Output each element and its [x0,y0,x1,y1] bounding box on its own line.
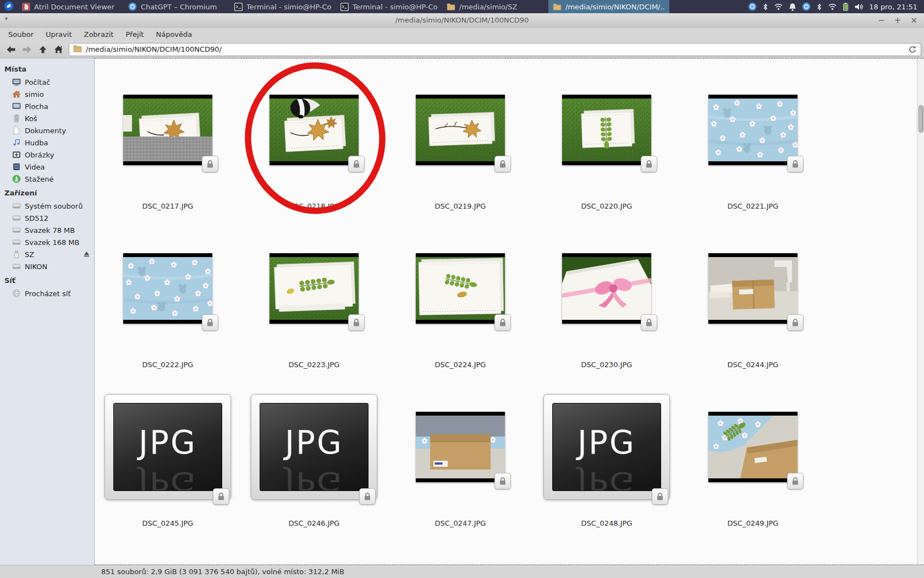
system-tray [743,0,869,13]
reload-button[interactable] [908,45,917,54]
sidebar-item-label: Svazek 78 MB [25,226,75,235]
window-menu-arrow[interactable]: ▾ [5,15,8,21]
up-button[interactable] [35,42,51,57]
sidebar-item-obr-zky[interactable]: Obrázky [0,149,94,161]
file-item-DSC_0221.JPG[interactable]: DSC_0221.JPG [680,64,826,222]
chromium-icon[interactable] [802,2,811,11]
terminal-icon [340,3,349,11]
atril-icon [22,3,30,11]
sidebar-item-syst-m-soubor-[interactable]: Systém souborů [0,200,94,212]
location-input[interactable]: /media/simio/NIKON/DCIM/100NCD90/ [86,45,904,53]
taskbar-window-0[interactable]: Atril Document Viewer [18,0,124,13]
file-item-DSC_0248.JPG[interactable]: JPGJPGDSC_0248.JPG [534,381,680,539]
taskbar-window-5[interactable]: /media/simio/NIKON/DCIM/... [548,0,669,13]
up-icon [38,45,47,54]
file-item-DSC_0244.JPG[interactable]: DSC_0244.JPG [680,222,826,381]
sidebar-item-sd512[interactable]: SD512 [0,212,94,224]
menu-0[interactable]: Soubor [2,30,40,39]
minimize-button[interactable]: − [878,15,885,25]
volume-icon[interactable] [854,3,864,11]
sidebar-item-sz[interactable]: SZ [0,248,94,260]
sidebar-item-label: SZ [25,250,34,259]
file-item-DSC_0249.JPG[interactable]: DSC_0249.JPG [680,381,826,539]
usb-icon [12,250,21,259]
battery-icon[interactable] [843,2,849,11]
photo-thumbnail-photo-leaf-corrupt [123,95,212,165]
file-item-DSC_0222.JPG[interactable]: DSC_0222.JPG [95,222,241,381]
wifi-icon[interactable] [774,3,783,10]
taskbar-window-2[interactable]: Terminal - simio@HP-Comp... [230,0,336,13]
sidebar-item-proch-zet-s-[interactable]: Procházet síť [0,287,94,299]
sidebar-item-label: Obrázky [25,151,54,159]
file-item-DSC_0217.JPG[interactable]: DSC_0217.JPG [95,64,241,222]
file-thumbnail-zone [270,222,359,355]
titlebar[interactable]: ▾ /media/simio/NIKON/DCIM/100NCD90 − + × [0,13,924,28]
taskbar-window-4[interactable]: /media/simio/SZ [442,0,548,13]
sidebar-item-videa[interactable]: Videa [0,161,94,173]
bluetooth-icon[interactable] [816,3,822,11]
applications-menu-button[interactable] [0,0,18,13]
maximize-button[interactable]: + [894,15,901,25]
file-item-DSC_0246.JPG[interactable]: JPGJPGDSC_0246.JPG [241,381,387,539]
file-thumbnail-zone [416,64,505,196]
chromium-icon[interactable] [748,2,757,11]
file-name-label: DSC_0223.JPG [289,361,340,369]
forward-button[interactable] [19,42,35,57]
jpg-placeholder-inner: JPGJPG [113,403,222,491]
sidebar-item-label: Hudba [25,139,48,147]
taskbar-window-3[interactable]: Terminal - simio@HP-Comp... [336,0,442,13]
file-thumbnail-zone [708,64,798,196]
sidebar-item-ko-[interactable]: Koš [0,112,94,124]
file-item-DSC_0218.JPG[interactable]: DSC_0218.JPG [241,64,387,222]
desktop-screen: Atril Document ViewerChatGPT – ChromiumT… [0,0,924,578]
close-button[interactable]: × [910,15,917,25]
sidebar-item-plocha[interactable]: Plocha [0,100,94,112]
sidebar-item-dokumenty[interactable]: Dokumenty [0,124,94,137]
file-item-DSC_0224.JPG[interactable]: DSC_0224.JPG [387,222,534,381]
sidebar-item-sta-en-[interactable]: Stažené [0,173,94,185]
sidebar-item-svazek-168-mb[interactable]: Svazek 168 MB [0,236,94,248]
file-item-DSC_0247.JPG[interactable]: DSC_0247.JPG [387,381,534,539]
menu-2[interactable]: Zobrazit [78,30,119,39]
home-button[interactable] [51,42,67,57]
bluetooth-icon[interactable] [762,3,768,11]
scrollbar-thumb[interactable] [919,105,923,133]
back-button[interactable] [3,42,19,57]
taskbar-window-1[interactable]: ChatGPT – Chromium [124,0,230,13]
sidebar-item-po-ta-[interactable]: Počítač [0,76,94,88]
sidebar-item-hudba[interactable]: Hudba [0,137,94,149]
sidebar-item-nikon[interactable]: NIKON [0,260,94,272]
file-item-DSC_0223.JPG[interactable]: DSC_0223.JPG [241,222,387,381]
file-item-DSC_0245.JPG[interactable]: JPGJPGDSC_0245.JPG [95,381,241,539]
statusbar: 851 souborů: 2,9 GiB (3 091 376 540 bajt… [0,565,924,578]
file-name-label: DSC_0246.JPG [289,519,340,527]
location-bar[interactable]: /media/simio/NIKON/DCIM/100NCD90/ [69,43,921,56]
file-name-label: DSC_0218.JPG [289,202,340,210]
file-view[interactable]: DSC_0217.JPGDSC_0218.JPGDSC_0219.JPGDSC_… [95,58,924,565]
jpg-placeholder-icon: JPGJPG [105,394,231,500]
eject-button[interactable] [83,250,90,259]
jpg-placeholder-inner: JPGJPG [552,403,661,491]
clock[interactable]: 18 pro, 21:51 [869,3,924,11]
jpg-placeholder-text: JPG [578,427,636,459]
menu-4[interactable]: Nápověda [150,30,198,39]
sidebar-item-simio[interactable]: simio [0,88,94,100]
photo-thumbnail-photo-blue-fabric [123,253,212,324]
wifi-icon[interactable] [828,3,837,10]
file-item-DSC_0219.JPG[interactable]: DSC_0219.JPG [387,64,534,222]
vertical-scrollbar[interactable] [917,59,924,564]
file-name-label: DSC_0247.JPG [435,519,486,527]
file-thumbnail-zone: JPGJPG [543,381,670,513]
bell-icon[interactable] [789,3,796,11]
lock-emblem-icon [348,314,365,331]
reload-icon [908,45,917,54]
menu-3[interactable]: Přejít [119,30,150,39]
sidebar-item-svazek-78-mb[interactable]: Svazek 78 MB [0,224,94,236]
lock-emblem-icon [641,314,657,331]
file-item-DSC_0220.JPG[interactable]: DSC_0220.JPG [534,64,680,222]
file-name-label: DSC_0224.JPG [435,361,486,369]
file-name-label: DSC_0219.JPG [435,202,486,210]
file-item-DSC_0230.JPG[interactable]: DSC_0230.JPG [534,222,680,381]
taskbar-window-label: ChatGPT – Chromium [141,3,217,11]
menu-1[interactable]: Upravit [40,30,78,39]
